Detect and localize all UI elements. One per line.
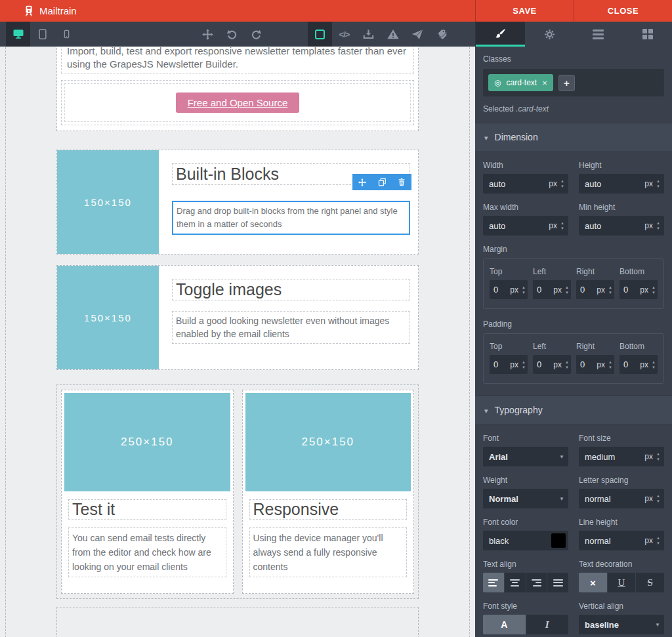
card-image-placeholder[interactable]: 150×150 [57, 150, 159, 254]
undo-button[interactable] [220, 22, 244, 47]
card-title[interactable]: Toggle images [172, 279, 410, 300]
component-delete-button[interactable] [392, 174, 411, 190]
stepper-icon[interactable] [656, 494, 660, 503]
add-class-button[interactable] [558, 75, 575, 91]
column-body[interactable]: Responsive Using the device manager you'… [245, 491, 411, 590]
column-image-placeholder[interactable]: 250×150 [245, 393, 411, 491]
device-tablet-button[interactable] [30, 22, 54, 47]
font-size-input[interactable]: mediumpx [579, 447, 664, 466]
save-button[interactable]: SAVE [475, 0, 574, 22]
stepper-icon[interactable] [652, 285, 656, 295]
cta-cell[interactable]: Free and Open Source [64, 83, 411, 122]
font-select[interactable]: Arial [483, 447, 568, 466]
toggle-borders-button[interactable] [308, 22, 332, 47]
column-title[interactable]: Responsive [249, 499, 408, 520]
empty-section[interactable] [56, 607, 419, 637]
sector-dimension[interactable]: Dimension [475, 123, 672, 152]
align-justify-button[interactable] [547, 573, 568, 592]
open-code-button[interactable]: </> [332, 22, 356, 47]
column-test-it[interactable]: 250×150 Test it You can send email tests… [61, 390, 234, 594]
email-body-outline[interactable]: Import, build, test and export responsiv… [5, 47, 470, 637]
height-input[interactable]: autopx [579, 174, 664, 194]
column-text[interactable]: Using the device manager you'll always s… [249, 527, 408, 577]
min-height-input[interactable]: autopx [579, 216, 664, 236]
decoration-underline-button[interactable] [608, 573, 637, 592]
margin-right-input[interactable]: 0px [576, 280, 614, 299]
card-image-placeholder[interactable]: 150×150 [57, 266, 159, 369]
card-text[interactable]: Build a good looking newsletter even wit… [172, 311, 410, 344]
component-copy-button[interactable] [372, 174, 392, 190]
font-color-input[interactable]: black [483, 531, 568, 550]
stepper-icon[interactable] [656, 221, 660, 230]
class-visibility-icon[interactable] [494, 78, 501, 87]
close-button[interactable]: CLOSE [574, 0, 672, 22]
redo-button[interactable] [244, 22, 268, 47]
stepper-icon[interactable] [522, 285, 526, 295]
align-center-button[interactable] [505, 573, 526, 592]
line-height-input[interactable]: normalpx [579, 531, 664, 550]
cta-section[interactable]: Free and Open Source [61, 80, 414, 125]
decoration-strikethrough-button[interactable] [636, 573, 664, 592]
column-responsive[interactable]: 250×150 Responsive Using the device mana… [242, 390, 415, 594]
tab-layers[interactable] [574, 22, 623, 47]
cta-button[interactable]: Free and Open Source [176, 92, 300, 113]
stepper-icon[interactable] [565, 360, 569, 369]
weight-select[interactable]: Normal [483, 489, 568, 508]
tab-settings[interactable] [525, 22, 574, 47]
stepper-icon[interactable] [656, 452, 660, 461]
padding-right-input[interactable]: 0px [576, 355, 614, 374]
sector-typography[interactable]: Typography [475, 396, 672, 424]
vertical-align-select[interactable]: baseline [579, 615, 664, 634]
stepper-icon[interactable] [522, 360, 526, 369]
max-width-input[interactable]: autopx [483, 216, 568, 236]
letter-spacing-input[interactable]: normalpx [579, 489, 664, 508]
stepper-icon[interactable] [565, 285, 569, 295]
stepper-icon[interactable] [608, 360, 612, 369]
tab-blocks[interactable] [623, 22, 672, 47]
stepper-icon[interactable] [656, 179, 660, 188]
width-input[interactable]: autopx [483, 174, 568, 194]
padding-top-input[interactable]: 0px [490, 355, 528, 374]
templates-button[interactable] [429, 22, 453, 47]
intro-section[interactable]: Import, build, test and export responsiv… [56, 47, 419, 131]
column-title[interactable]: Test it [68, 499, 226, 520]
color-swatch[interactable] [551, 533, 566, 548]
stepper-icon[interactable] [560, 179, 564, 188]
email-container[interactable]: Import, build, test and export responsiv… [56, 47, 419, 637]
warnings-button[interactable] [381, 22, 405, 47]
column-text[interactable]: You can send email tests directly from t… [68, 527, 226, 577]
style-normal-button[interactable] [483, 615, 526, 634]
two-column-section[interactable]: 250×150 Test it You can send email tests… [56, 384, 419, 599]
padding-bottom-input[interactable]: 0px [620, 355, 658, 374]
tab-style-manager[interactable] [476, 22, 525, 47]
column-body[interactable]: Test it You can send email tests directl… [64, 491, 230, 590]
stepper-icon[interactable] [560, 221, 564, 230]
stepper-icon[interactable] [608, 285, 612, 295]
device-mobile-button[interactable] [54, 22, 79, 47]
intro-text[interactable]: Import, build, test and export responsiv… [61, 47, 414, 73]
classes-box[interactable]: card-text [483, 69, 664, 96]
editor-canvas[interactable]: Import, build, test and export responsiv… [0, 47, 475, 637]
selected-card-text[interactable]: Drag and drop built-in blocks from the r… [172, 201, 410, 235]
card-body[interactable]: Toggle images Build a good looking newsl… [159, 266, 418, 369]
import-button[interactable] [356, 22, 381, 47]
card-builtin-blocks[interactable]: 150×150 Built-in Blocks Drag and drop bu… [56, 150, 419, 255]
margin-left-input[interactable]: 0px [533, 280, 571, 299]
stepper-icon[interactable] [652, 360, 656, 369]
device-desktop-button[interactable] [6, 22, 30, 47]
align-left-button[interactable] [483, 573, 505, 592]
decoration-none-button[interactable] [579, 573, 608, 592]
class-tag[interactable]: card-text [488, 74, 553, 91]
send-test-button[interactable] [405, 22, 429, 47]
margin-bottom-input[interactable]: 0px [620, 280, 658, 299]
card-toggle-images[interactable]: 150×150 Toggle images Build a good looki… [56, 265, 419, 370]
align-right-button[interactable] [526, 573, 548, 592]
class-remove-icon[interactable] [542, 78, 547, 88]
padding-left-input[interactable]: 0px [533, 355, 571, 374]
style-italic-button[interactable] [526, 615, 569, 634]
column-image-placeholder[interactable]: 250×150 [64, 393, 230, 491]
stepper-icon[interactable] [656, 536, 660, 545]
margin-top-input[interactable]: 0px [490, 280, 528, 299]
fullscreen-move-button[interactable] [196, 22, 220, 47]
component-move-button[interactable] [352, 174, 372, 190]
